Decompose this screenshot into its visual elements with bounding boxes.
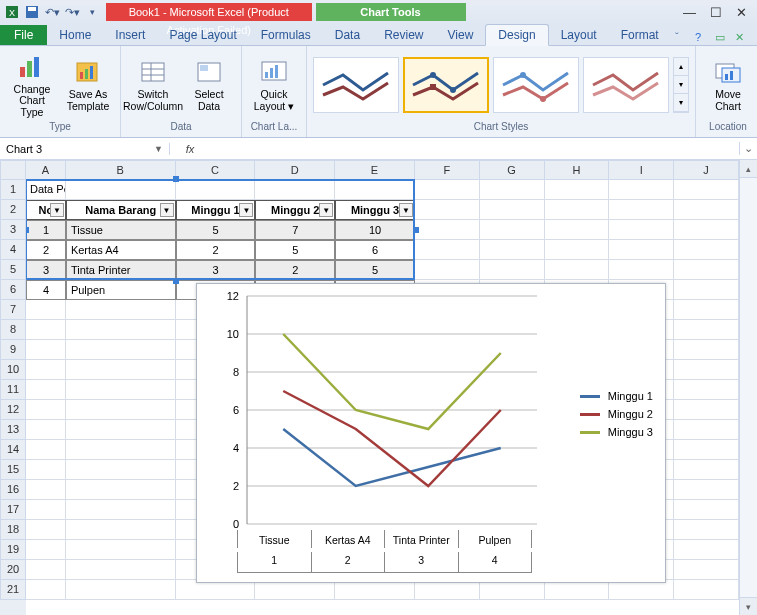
row-header[interactable]: 14 — [0, 440, 26, 460]
row-header[interactable]: 11 — [0, 380, 26, 400]
cell[interactable] — [66, 580, 176, 600]
row-header[interactable]: 3 — [0, 220, 26, 240]
row-header[interactable]: 20 — [0, 560, 26, 580]
undo-icon[interactable]: ↶▾ — [44, 4, 60, 20]
close-button[interactable]: ✕ — [736, 5, 747, 20]
cell[interactable] — [480, 200, 545, 220]
cell[interactable]: Nama Barang▼ — [66, 200, 176, 220]
cell[interactable]: 5 — [176, 220, 256, 240]
cell[interactable]: No▼ — [26, 200, 66, 220]
row-header[interactable]: 7 — [0, 300, 26, 320]
cell[interactable] — [480, 260, 545, 280]
cell[interactable]: 5 — [335, 260, 415, 280]
cell[interactable] — [66, 340, 176, 360]
cell[interactable] — [66, 300, 176, 320]
cell[interactable] — [415, 260, 480, 280]
row-header[interactable]: 13 — [0, 420, 26, 440]
cell[interactable] — [674, 340, 739, 360]
cell[interactable]: 2 — [176, 240, 256, 260]
tab-insert[interactable]: Insert — [103, 25, 157, 45]
qat-dropdown-icon[interactable]: ▾ — [84, 4, 100, 20]
cell[interactable] — [26, 320, 66, 340]
cell[interactable]: 10 — [335, 220, 415, 240]
cell[interactable] — [545, 200, 610, 220]
cell[interactable]: Minggu 1▼ — [176, 200, 256, 220]
tab-data[interactable]: Data — [323, 25, 372, 45]
row-header[interactable]: 9 — [0, 340, 26, 360]
cell[interactable] — [66, 520, 176, 540]
select-data-button[interactable]: Select Data — [183, 55, 235, 114]
cell[interactable]: 3 — [26, 260, 66, 280]
cell[interactable] — [26, 440, 66, 460]
fx-label[interactable]: fx — [170, 143, 210, 155]
cell[interactable] — [609, 180, 674, 200]
cell[interactable] — [66, 400, 176, 420]
cell[interactable] — [609, 240, 674, 260]
cell[interactable] — [26, 360, 66, 380]
cell[interactable] — [674, 240, 739, 260]
cell[interactable] — [415, 180, 480, 200]
cell[interactable] — [26, 500, 66, 520]
legend-item[interactable]: Minggu 2 — [580, 408, 653, 420]
cell[interactable] — [26, 580, 66, 600]
cell[interactable] — [674, 560, 739, 580]
cell[interactable] — [26, 520, 66, 540]
filter-icon[interactable]: ▼ — [160, 203, 174, 217]
name-box-dropdown-icon[interactable]: ▼ — [154, 144, 163, 154]
cell[interactable] — [26, 380, 66, 400]
filter-icon[interactable]: ▼ — [50, 203, 64, 217]
cell[interactable] — [480, 180, 545, 200]
cell[interactable]: 5 — [255, 240, 335, 260]
cell[interactable]: Pulpen — [66, 280, 176, 300]
cell[interactable] — [26, 460, 66, 480]
row-header[interactable]: 12 — [0, 400, 26, 420]
minimize-ribbon-icon[interactable]: ˇ — [675, 31, 689, 45]
chart-style-3[interactable] — [493, 57, 579, 113]
cell[interactable]: 7 — [255, 220, 335, 240]
cell[interactable] — [674, 500, 739, 520]
cell[interactable] — [609, 220, 674, 240]
cell[interactable]: 2 — [26, 240, 66, 260]
cell[interactable]: Tinta Printer — [66, 260, 176, 280]
tab-page-layout[interactable]: Page Layout — [157, 25, 248, 45]
cell[interactable] — [480, 240, 545, 260]
cell[interactable] — [480, 220, 545, 240]
cell[interactable]: 6 — [335, 240, 415, 260]
cell[interactable] — [674, 420, 739, 440]
cell[interactable] — [674, 320, 739, 340]
scroll-up-icon[interactable]: ▴ — [740, 160, 757, 178]
row-header[interactable]: 21 — [0, 580, 26, 600]
cell[interactable] — [674, 580, 739, 600]
row-header[interactable]: 18 — [0, 520, 26, 540]
cell[interactable] — [674, 440, 739, 460]
vertical-scrollbar[interactable]: ▴ ▾ — [739, 160, 757, 615]
cell[interactable]: Minggu 3▼ — [335, 200, 415, 220]
row-header[interactable]: 2 — [0, 200, 26, 220]
column-header[interactable]: A — [26, 160, 66, 180]
tab-review[interactable]: Review — [372, 25, 435, 45]
filter-icon[interactable]: ▼ — [319, 203, 333, 217]
redo-icon[interactable]: ↷▾ — [64, 4, 80, 20]
cell[interactable] — [415, 240, 480, 260]
filter-icon[interactable]: ▼ — [399, 203, 413, 217]
chart-legend[interactable]: Minggu 1Minggu 2Minggu 3 — [580, 384, 653, 444]
tab-file[interactable]: File — [0, 25, 47, 45]
cell[interactable]: 4 — [26, 280, 66, 300]
column-header[interactable]: H — [545, 160, 610, 180]
column-header[interactable]: B — [66, 160, 176, 180]
column-header[interactable]: J — [674, 160, 739, 180]
row-header[interactable]: 6 — [0, 280, 26, 300]
legend-item[interactable]: Minggu 1 — [580, 390, 653, 402]
cell[interactable] — [66, 380, 176, 400]
cell[interactable] — [26, 540, 66, 560]
cell[interactable] — [674, 200, 739, 220]
column-header[interactable]: C — [176, 160, 256, 180]
cell[interactable]: 3 — [176, 260, 256, 280]
cell[interactable] — [26, 340, 66, 360]
formula-expand-icon[interactable]: ⌄ — [739, 142, 757, 155]
cell[interactable] — [674, 280, 739, 300]
maximize-button[interactable]: ☐ — [710, 5, 722, 20]
cell[interactable] — [176, 180, 256, 200]
cell[interactable] — [609, 260, 674, 280]
cell[interactable] — [545, 220, 610, 240]
